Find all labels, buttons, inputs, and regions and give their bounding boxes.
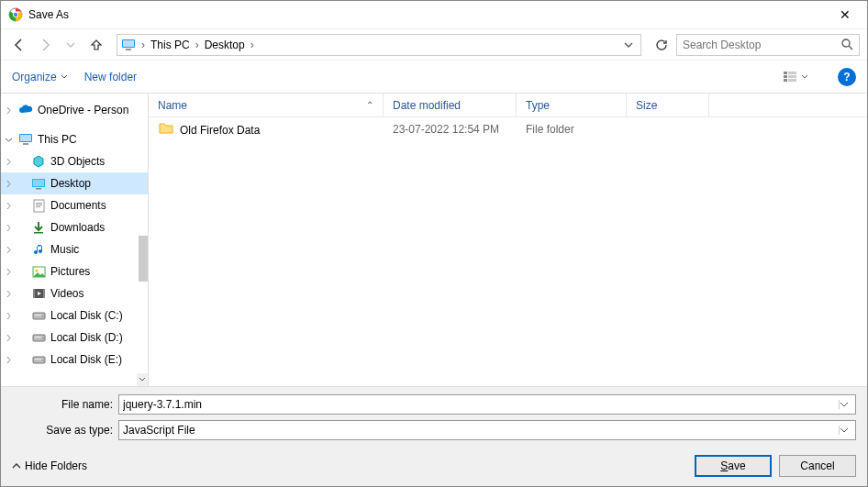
expand-icon[interactable] [5, 136, 17, 144]
file-date: 23-07-2022 12:54 PM [384, 123, 517, 136]
tree-item-label: Pictures [50, 265, 90, 278]
window-title: Save As [28, 8, 830, 21]
tree-item[interactable]: Videos [1, 282, 148, 304]
expand-icon[interactable] [5, 312, 17, 320]
file-name: Old Firefox Data [180, 124, 260, 137]
tree-item[interactable]: Downloads [1, 216, 148, 238]
tree-item-label: Documents [50, 199, 106, 212]
app-icon [8, 7, 23, 22]
svg-point-37 [42, 360, 44, 361]
tree-item[interactable]: Local Disk (D:) [1, 327, 148, 349]
svg-rect-11 [788, 75, 796, 78]
nav-tree[interactable]: OneDrive - PersonThis PC3D ObjectsDeskto… [1, 94, 148, 386]
tree-item[interactable]: OneDrive - Person [1, 99, 148, 121]
svg-rect-4 [123, 40, 134, 47]
column-headers: Name Date modified Type Size [149, 94, 867, 117]
column-name[interactable]: Name [149, 94, 384, 116]
vids-icon [30, 288, 47, 299]
expand-icon[interactable] [5, 180, 17, 188]
file-row[interactable]: Old Firefox Data23-07-2022 12:54 PMFile … [149, 117, 867, 141]
organize-menu[interactable]: Organize [12, 71, 68, 83]
search-input[interactable] [683, 39, 841, 51]
breadcrumb-desktop[interactable]: Desktop [201, 37, 249, 53]
chevron-right-icon[interactable]: › [139, 39, 147, 51]
svg-rect-8 [784, 75, 787, 78]
cancel-button[interactable]: Cancel [779, 455, 856, 477]
onedrive-icon [17, 105, 34, 116]
tree-item-label: OneDrive - Person [38, 104, 128, 116]
svg-rect-33 [35, 337, 41, 338]
address-dropdown[interactable] [620, 40, 637, 50]
chevron-right-icon[interactable]: › [249, 39, 256, 51]
svg-point-6 [842, 39, 850, 47]
tree-item[interactable]: Documents [1, 194, 148, 216]
svg-rect-18 [36, 188, 41, 190]
tree-item-label: Local Disk (E:) [50, 353, 122, 366]
tree-item[interactable]: Local Disk (E:) [1, 349, 148, 371]
recent-dropdown[interactable] [60, 34, 82, 56]
svg-rect-9 [784, 79, 787, 82]
filename-field[interactable] [118, 394, 856, 415]
tree-item-label: Local Disk (C:) [50, 309, 123, 322]
filetype-label: Save as type: [12, 424, 113, 437]
filename-dropdown[interactable] [839, 400, 855, 409]
expand-icon[interactable] [5, 158, 17, 166]
column-date[interactable]: Date modified [384, 94, 517, 116]
save-button[interactable]: Save [695, 455, 772, 477]
filetype-dropdown[interactable] [839, 426, 855, 435]
tree-item[interactable]: Local Disk (C:) [1, 304, 148, 327]
hide-folders-toggle[interactable]: Hide Folders [12, 459, 87, 472]
breadcrumb-thispc[interactable]: This PC [147, 37, 194, 53]
address-bar[interactable]: › This PC › Desktop › [117, 34, 641, 56]
tree-item[interactable]: Desktop [1, 172, 148, 194]
column-type[interactable]: Type [517, 94, 627, 116]
svg-point-2 [14, 13, 17, 17]
expand-icon[interactable] [5, 224, 17, 232]
tree-item-label: Local Disk (D:) [50, 331, 123, 344]
svg-rect-28 [43, 289, 45, 298]
column-size[interactable]: Size [627, 94, 709, 116]
chevron-up-icon [12, 461, 21, 470]
close-button[interactable]: ✕ [830, 4, 860, 26]
svg-rect-14 [20, 135, 31, 141]
expand-icon[interactable] [5, 268, 17, 276]
search-icon[interactable] [841, 39, 853, 50]
pc-icon [121, 39, 136, 51]
music-icon [30, 243, 47, 256]
chevron-right-icon[interactable]: › [194, 39, 201, 51]
forward-button[interactable] [34, 34, 56, 56]
tree-item[interactable]: This PC [1, 128, 148, 150]
search-box[interactable] [676, 34, 860, 56]
expand-icon[interactable] [5, 106, 17, 115]
tree-item[interactable]: Pictures [1, 260, 148, 282]
folder-icon [158, 122, 174, 134]
tree-item[interactable]: 3D Objects [1, 150, 148, 172]
svg-rect-12 [788, 79, 796, 82]
pics-icon [30, 266, 47, 278]
filename-input[interactable] [119, 398, 839, 411]
view-options[interactable] [779, 69, 812, 85]
filename-label: File name: [12, 398, 113, 411]
scrollbar-thumb[interactable] [139, 236, 148, 282]
expand-icon[interactable] [5, 290, 17, 298]
scroll-down-button[interactable] [137, 373, 148, 386]
expand-icon[interactable] [5, 246, 17, 254]
disk-icon [30, 354, 47, 365]
refresh-button[interactable] [651, 34, 673, 56]
new-folder-button[interactable]: New folder [84, 71, 137, 83]
file-list[interactable]: Old Firefox Data23-07-2022 12:54 PMFile … [149, 117, 867, 141]
tree-item[interactable]: Music [1, 238, 148, 260]
expand-icon[interactable] [5, 356, 17, 364]
expand-icon[interactable] [5, 202, 17, 210]
svg-rect-17 [33, 180, 44, 186]
up-button[interactable] [85, 34, 107, 56]
svg-rect-36 [35, 359, 41, 360]
tree-item-label: Desktop [50, 177, 91, 190]
back-button[interactable] [8, 34, 30, 56]
filetype-field[interactable]: JavaScript File [118, 420, 856, 440]
help-button[interactable]: ? [838, 68, 856, 86]
docs-icon [30, 199, 47, 213]
3d-icon [30, 155, 47, 168]
expand-icon[interactable] [5, 334, 17, 342]
disk-icon [30, 310, 47, 321]
